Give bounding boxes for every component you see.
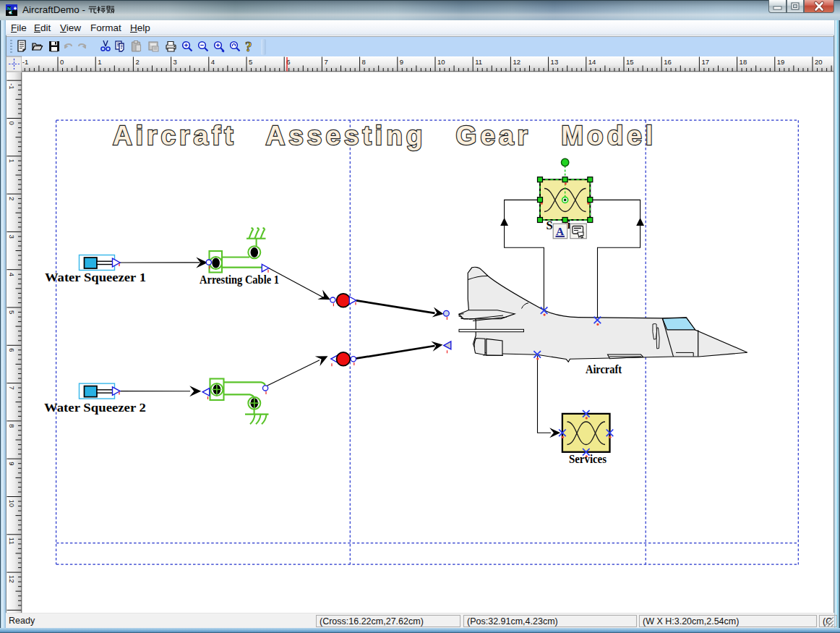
svg-text:18: 18 [740,58,747,66]
svg-text:2: 2 [135,58,139,66]
svg-text:0: 0 [60,58,64,66]
svg-text:5: 5 [249,58,252,66]
svg-text:12: 12 [8,575,16,583]
svg-text:20: 20 [815,58,823,66]
svg-text:A: A [556,225,565,237]
svg-text:Aircraft Assesting Gear Model: Aircraft Assesting Gear Model [113,121,656,150]
svg-text:6: 6 [8,348,16,352]
svg-text:Water Squeezer 2: Water Squeezer 2 [44,402,146,415]
svg-text:1: 1 [98,58,101,66]
svg-text:3: 3 [173,58,177,66]
svg-text:10: 10 [8,500,16,508]
svg-text:1: 1 [8,159,16,163]
svg-text:Arresting Cable 1: Arresting Cable 1 [200,273,279,286]
svg-text:9: 9 [8,462,16,465]
svg-text:7: 7 [324,58,327,66]
svg-text:17: 17 [701,58,709,66]
svg-text:7: 7 [8,386,16,390]
svg-text:4: 4 [211,58,215,66]
svg-text:13: 13 [551,58,559,66]
svg-text:8: 8 [8,424,16,428]
svg-text:19: 19 [777,58,785,66]
svg-text:-1: -1 [8,83,16,89]
svg-text:?: ? [245,39,252,54]
svg-text:2: 2 [8,197,16,200]
svg-text:3: 3 [8,234,16,238]
svg-text:Aircraft: Aircraft [586,363,622,375]
svg-text:-1: -1 [22,58,28,66]
svg-text:0: 0 [8,122,16,125]
svg-text:15: 15 [626,58,634,66]
svg-text:S: S [547,218,553,232]
svg-text:14: 14 [588,58,596,66]
svg-text:8: 8 [362,58,366,66]
svg-text:Water Squeezer 1: Water Squeezer 1 [45,271,146,284]
svg-text:11: 11 [8,538,16,545]
svg-text:Services: Services [569,453,607,465]
svg-text:9: 9 [400,58,403,66]
svg-text:4: 4 [8,273,16,276]
svg-text:12: 12 [513,58,520,66]
svg-text:10: 10 [437,58,445,66]
svg-text:16: 16 [664,58,672,66]
svg-text:5: 5 [8,310,16,314]
svg-text:11: 11 [475,58,482,66]
